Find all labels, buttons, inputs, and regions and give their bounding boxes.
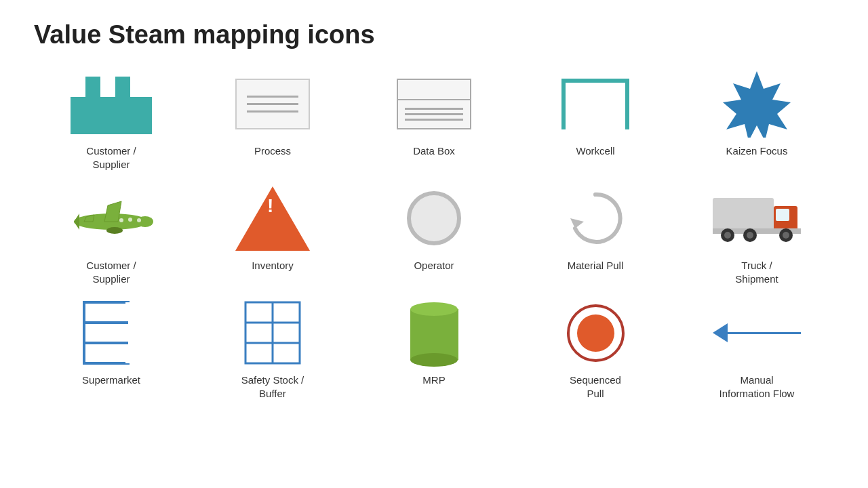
svg-rect-14 bbox=[776, 209, 789, 221]
data-box-line-3 bbox=[405, 119, 463, 121]
truck-icon-wrapper bbox=[713, 184, 801, 252]
manual-arrow-icon-wrapper bbox=[713, 299, 801, 367]
operator-label: Operator bbox=[414, 259, 454, 272]
data-box-top bbox=[398, 80, 470, 100]
data-box-line-1 bbox=[405, 108, 463, 110]
data-box-icon bbox=[397, 79, 471, 129]
truck-icon bbox=[713, 191, 801, 245]
svg-marker-0 bbox=[71, 77, 152, 134]
customer-supplier-2-label: Customer /Supplier bbox=[86, 259, 136, 285]
process-label: Process bbox=[254, 144, 291, 158]
factory-icon bbox=[71, 73, 152, 134]
icon-cell-kaizen-focus: Kaizen Focus bbox=[679, 70, 834, 171]
svg-rect-23 bbox=[125, 302, 132, 363]
icon-cell-sequenced-pull: SequencedPull bbox=[518, 299, 673, 400]
factory-icon-wrapper bbox=[67, 70, 155, 138]
icon-cell-mrp: MRP bbox=[357, 299, 511, 400]
svg-marker-11 bbox=[570, 218, 584, 228]
svg-marker-5 bbox=[104, 201, 121, 222]
svg-point-32 bbox=[410, 302, 458, 316]
material-pull-icon bbox=[565, 188, 626, 249]
svg-point-8 bbox=[119, 218, 123, 222]
data-box-icon-wrapper bbox=[390, 70, 478, 138]
inventory-label: Inventory bbox=[252, 259, 294, 272]
icon-cell-safety-stock: Safety Stock /Buffer bbox=[195, 299, 350, 400]
svg-point-17 bbox=[724, 232, 731, 239]
svg-point-10 bbox=[137, 218, 141, 222]
icon-cell-manual-info-flow: ManualInformation Flow bbox=[679, 299, 834, 400]
buffer-icon bbox=[242, 299, 303, 367]
process-icon bbox=[235, 79, 310, 129]
manual-arrow-head bbox=[713, 323, 728, 342]
manual-info-flow-label: ManualInformation Flow bbox=[719, 373, 795, 400]
svg-rect-30 bbox=[410, 309, 458, 360]
process-line-1 bbox=[247, 96, 298, 98]
workcell-icon-wrapper bbox=[551, 70, 639, 138]
kaizen-icon bbox=[716, 70, 797, 138]
manual-arrow-icon bbox=[713, 323, 801, 343]
process-icon-wrapper bbox=[229, 70, 317, 138]
supermarket-icon bbox=[81, 299, 142, 367]
seq-pull-icon-wrapper bbox=[551, 299, 639, 367]
inventory-icon: ! bbox=[235, 186, 310, 251]
kaizen-focus-label: Kaizen Focus bbox=[726, 144, 788, 158]
svg-point-31 bbox=[410, 353, 458, 367]
workcell-label: Workcell bbox=[576, 144, 614, 158]
svg-marker-1 bbox=[723, 71, 791, 138]
icon-cell-material-pull: Material Pull bbox=[518, 184, 673, 285]
svg-point-9 bbox=[128, 218, 132, 222]
page-title: Value Steam mapping icons bbox=[34, 20, 834, 49]
seq-pull-icon bbox=[567, 304, 625, 362]
material-pull-icon-wrapper bbox=[551, 184, 639, 252]
svg-point-7 bbox=[106, 227, 123, 234]
operator-icon bbox=[407, 191, 461, 245]
inventory-triangle: ! bbox=[235, 186, 310, 251]
data-box-label: Data Box bbox=[413, 144, 455, 158]
data-box-lines bbox=[398, 100, 470, 128]
truck-shipment-label: Truck /Shipment bbox=[735, 259, 778, 285]
icon-cell-supermarket: Supermarket bbox=[34, 299, 189, 400]
safety-stock-label: Safety Stock /Buffer bbox=[241, 373, 304, 400]
icon-cell-workcell: Workcell bbox=[518, 70, 673, 171]
icon-cell-customer-supplier-2: Customer /Supplier bbox=[34, 184, 189, 285]
manual-arrow-line bbox=[728, 332, 801, 334]
kaizen-icon-wrapper bbox=[713, 70, 801, 138]
workcell-icon bbox=[561, 79, 629, 129]
icon-cell-data-box: Data Box bbox=[357, 70, 511, 171]
sequenced-pull-label: SequencedPull bbox=[570, 373, 621, 400]
svg-point-21 bbox=[783, 232, 789, 239]
process-line-2 bbox=[247, 103, 298, 105]
svg-marker-4 bbox=[74, 214, 79, 230]
mrp-icon bbox=[406, 299, 463, 367]
airplane-icon-wrapper bbox=[67, 184, 155, 252]
svg-rect-22 bbox=[84, 302, 128, 363]
svg-point-19 bbox=[747, 232, 753, 239]
icons-grid: Customer /Supplier Process Data Box bbox=[34, 70, 834, 400]
data-box-line-2 bbox=[405, 113, 463, 115]
icon-cell-process: Process bbox=[195, 70, 350, 171]
inventory-exclamation: ! bbox=[267, 197, 273, 216]
mrp-label: MRP bbox=[422, 373, 445, 387]
process-line-3 bbox=[247, 110, 298, 113]
mrp-icon-wrapper bbox=[390, 299, 478, 367]
icon-cell-customer-supplier-1: Customer /Supplier bbox=[34, 70, 189, 171]
airplane-icon bbox=[67, 193, 155, 244]
icon-cell-inventory: ! Inventory bbox=[195, 184, 350, 285]
inventory-icon-wrapper: ! bbox=[229, 184, 317, 252]
customer-supplier-1-label: Customer /Supplier bbox=[86, 144, 136, 171]
icon-cell-truck-shipment: Truck /Shipment bbox=[679, 184, 834, 285]
material-pull-label: Material Pull bbox=[568, 259, 624, 272]
supermarket-label: Supermarket bbox=[82, 373, 140, 387]
icon-cell-operator: Operator bbox=[357, 184, 511, 285]
operator-icon-wrapper bbox=[390, 184, 478, 252]
svg-rect-12 bbox=[713, 198, 774, 232]
supermarket-icon-wrapper bbox=[67, 299, 155, 367]
buffer-icon-wrapper bbox=[229, 299, 317, 367]
seq-pull-inner-circle bbox=[577, 314, 614, 352]
